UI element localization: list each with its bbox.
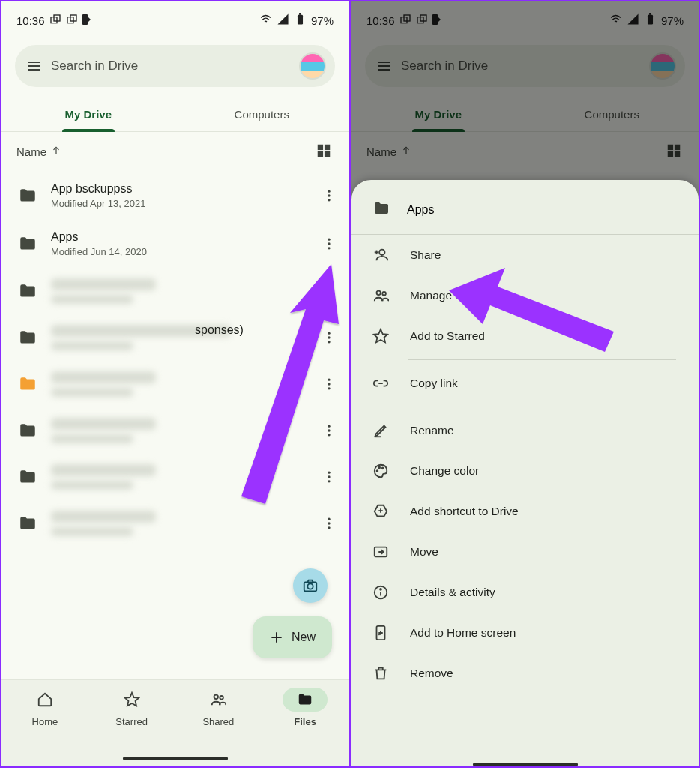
file-subtitle: Modified Jun 14, 2020	[51, 246, 305, 257]
nav-label: Starred	[115, 716, 148, 728]
search-bar[interactable]: Search in Drive	[15, 45, 335, 87]
battery-icon	[294, 13, 307, 28]
svg-point-18	[328, 242, 330, 244]
sheet-label: Change color	[410, 464, 479, 478]
file-row[interactable]: App bsckuppss Modified Apr 13, 2021	[1, 172, 349, 220]
wifi-icon	[259, 13, 272, 28]
trash-icon	[372, 665, 389, 682]
phone-1: 10:36 97% Sea	[0, 0, 350, 768]
sheet-label: Remove	[410, 667, 453, 680]
sheet-move[interactable]: Move	[351, 532, 699, 572]
camera-fab[interactable]	[293, 568, 328, 603]
file-title: App bsckuppss	[51, 182, 305, 196]
tab-computers[interactable]: Computers	[175, 98, 349, 131]
svg-point-37	[328, 526, 330, 529]
star-icon	[372, 328, 389, 344]
svg-point-42	[214, 695, 219, 700]
search-placeholder[interactable]: Search in Drive	[51, 58, 292, 74]
drive-shortcut-icon	[372, 503, 389, 520]
svg-point-16	[328, 199, 330, 201]
link-icon	[372, 375, 389, 392]
svg-marker-44	[241, 264, 339, 504]
svg-point-39	[307, 584, 313, 589]
folder-icon	[18, 467, 37, 487]
sheet-label: Copy link	[410, 376, 458, 390]
tabs: My Drive Computers	[1, 98, 349, 132]
svg-point-73	[380, 589, 381, 590]
sort-label: Name	[16, 146, 46, 158]
folder-icon	[18, 421, 37, 440]
svg-rect-4	[82, 14, 88, 25]
svg-point-63	[382, 292, 386, 296]
nav-indicator	[473, 763, 578, 766]
hamburger-icon[interactable]	[24, 56, 43, 76]
home-screen-icon	[372, 625, 389, 641]
svg-point-36	[328, 522, 330, 524]
svg-point-65	[377, 470, 378, 472]
people-icon	[372, 287, 389, 304]
sheet-label: Rename	[410, 424, 454, 437]
svg-marker-75	[449, 268, 614, 352]
sheet-header: Apps	[351, 194, 699, 234]
star-icon	[124, 692, 140, 708]
nav-starred[interactable]: Starred	[88, 688, 175, 728]
sheet-copy-link[interactable]: Copy link	[351, 363, 699, 404]
svg-rect-11	[325, 145, 330, 150]
sheet-title: Apps	[407, 203, 434, 217]
svg-point-43	[220, 696, 224, 700]
status-icon-1	[49, 14, 61, 28]
svg-point-14	[328, 190, 330, 193]
signal-icon	[277, 13, 289, 28]
plus-icon	[269, 630, 284, 645]
file-row[interactable]: Apps Modified Jun 14, 2020	[1, 220, 349, 268]
svg-rect-5	[298, 15, 303, 25]
svg-rect-10	[318, 145, 323, 150]
nav-label: Shared	[202, 716, 234, 728]
folder-icon	[18, 234, 37, 254]
people-icon	[210, 692, 226, 708]
sheet-home-screen[interactable]: Add to Home screen	[351, 613, 699, 653]
svg-point-66	[378, 467, 380, 469]
palette-icon	[372, 463, 389, 479]
sort-row: Name	[1, 132, 349, 167]
file-subtitle: Modified Apr 13, 2021	[51, 198, 305, 209]
pencil-icon	[372, 422, 389, 439]
svg-rect-6	[299, 14, 301, 15]
status-icon-2	[66, 14, 78, 28]
new-fab[interactable]: New	[253, 616, 332, 658]
sheet-details[interactable]: Details & activity	[351, 572, 699, 613]
annotation-arrow	[449, 260, 621, 361]
sheet-rename[interactable]: Rename	[351, 410, 699, 451]
status-time: 10:36	[16, 14, 45, 27]
nav-shared[interactable]: Shared	[175, 688, 262, 728]
status-icon-3	[82, 14, 91, 27]
more-icon[interactable]	[319, 233, 340, 254]
nav-files[interactable]: Files	[262, 688, 349, 728]
sheet-label: Add to Home screen	[410, 626, 516, 640]
more-icon[interactable]	[319, 185, 340, 206]
info-icon	[372, 584, 389, 601]
tab-mydrive[interactable]: My Drive	[1, 98, 175, 131]
folder-icon	[18, 374, 37, 394]
home-icon	[37, 692, 53, 708]
folder-icon	[372, 200, 390, 220]
svg-point-62	[377, 291, 381, 296]
svg-point-17	[328, 238, 330, 241]
sheet-label: Add shortcut to Drive	[410, 505, 519, 518]
sheet-remove[interactable]: Remove	[351, 653, 699, 694]
annotation-arrow	[219, 264, 346, 522]
sheet-add-shortcut[interactable]: Add shortcut to Drive	[351, 491, 699, 532]
sheet-change-color[interactable]: Change color	[351, 451, 699, 491]
nav-label: Home	[32, 716, 58, 728]
nav-home[interactable]: Home	[1, 688, 88, 728]
sheet-label: Details & activity	[410, 586, 495, 599]
sort-button[interactable]: Name	[16, 146, 61, 158]
folder-icon	[18, 281, 37, 301]
fab-label: New	[292, 631, 316, 644]
grid-view-icon[interactable]	[316, 142, 332, 161]
folder-icon	[18, 514, 37, 533]
file-title: Apps	[51, 230, 305, 244]
avatar[interactable]	[299, 52, 326, 80]
svg-point-15	[328, 194, 330, 196]
nav-indicator	[123, 757, 228, 760]
